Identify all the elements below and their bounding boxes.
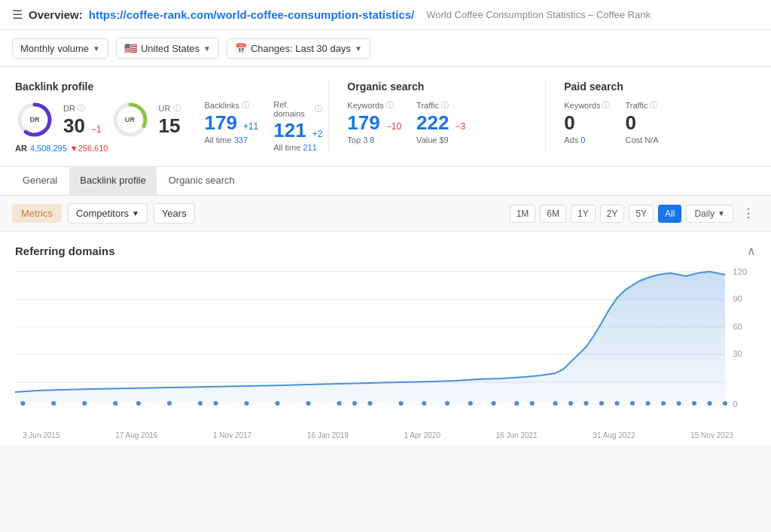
x-date-2: 1 Nov 2017: [213, 431, 251, 439]
svg-point-14: [167, 401, 172, 406]
tab-organic-search[interactable]: Organic search: [158, 167, 245, 195]
country-dropdown[interactable]: 🇺🇸 United States ▼: [116, 38, 219, 59]
svg-point-27: [491, 401, 495, 406]
ref-domains-delta: +2: [312, 129, 323, 139]
hamburger-menu-icon[interactable]: ☰: [12, 8, 23, 22]
organic-traffic-value-sub: $9: [439, 135, 448, 144]
svg-point-28: [514, 401, 519, 406]
daily-dropdown[interactable]: Daily ▼: [686, 205, 733, 223]
organic-keywords-label: Keywords: [347, 101, 383, 110]
paid-keywords-label: Keywords: [564, 101, 600, 110]
ref-domains-label: Ref. domains: [273, 100, 312, 118]
paid-search-title: Paid search: [564, 81, 756, 93]
chevron-down-icon: ▼: [93, 44, 100, 53]
svg-point-26: [468, 401, 473, 406]
svg-point-17: [244, 401, 248, 406]
svg-point-33: [599, 401, 604, 406]
x-date-7: 15 Nov 2023: [690, 431, 733, 439]
time-btn-1m[interactable]: 1M: [510, 205, 536, 223]
changes-dropdown[interactable]: 📅 Changes: Last 30 days ▼: [227, 38, 370, 59]
ur-label: UR: [159, 104, 171, 113]
svg-text:60: 60: [733, 322, 742, 331]
x-date-4: 1 Apr 2020: [404, 431, 440, 439]
organic-traffic-block: Traffic ⓘ 222 −3 Value $9: [416, 100, 465, 144]
competitors-label: Competitors: [76, 208, 129, 219]
ur-value: 15: [159, 114, 181, 137]
svg-point-16: [213, 401, 218, 406]
svg-point-40: [707, 401, 712, 406]
organic-keywords-delta: −10: [386, 121, 401, 132]
time-btn-1y[interactable]: 1Y: [571, 205, 596, 223]
svg-point-11: [82, 401, 87, 406]
chevron-down-icon: ▼: [355, 44, 362, 53]
x-date-5: 16 Jun 2021: [496, 431, 538, 439]
ar-value: 4,508,295: [30, 144, 67, 153]
time-btn-6m[interactable]: 6M: [540, 205, 566, 223]
tab-general[interactable]: General: [12, 167, 68, 195]
ur-circle: UR: [111, 100, 150, 139]
dr-info-icon: ⓘ: [78, 103, 85, 114]
backlinks-value: 179: [205, 112, 237, 134]
svg-point-25: [445, 401, 449, 406]
time-btn-5y[interactable]: 5Y: [629, 205, 654, 223]
svg-point-41: [723, 401, 727, 406]
organic-search-title: Organic search: [347, 81, 539, 93]
ar-row: AR 4,508,295 ▼256,610: [15, 144, 108, 153]
dr-value: 30: [63, 115, 85, 137]
dr-label: DR: [63, 104, 75, 113]
competitors-dropdown[interactable]: Competitors ▼: [68, 203, 148, 223]
organic-keywords-info-icon: ⓘ: [386, 100, 394, 111]
svg-point-24: [422, 401, 426, 406]
metrics-button[interactable]: Metrics: [12, 204, 62, 223]
chart-title-row: Referring domains ∧: [15, 244, 756, 258]
svg-point-36: [645, 401, 650, 406]
monthly-volume-dropdown[interactable]: Monthly volume ▼: [12, 38, 108, 59]
svg-text:0: 0: [733, 400, 737, 409]
dr-delta: −1: [91, 124, 102, 135]
backlinks-sub: All time 337: [205, 135, 259, 144]
ar-label: AR: [15, 144, 27, 153]
svg-point-19: [306, 401, 310, 406]
chart-toolbar: Metrics Competitors ▼ Years 1M 6M 1Y 2Y …: [0, 196, 771, 232]
organic-keywords-block: Keywords ⓘ 179 −10 Top 3 8: [347, 100, 401, 144]
paid-stats-row: Keywords ⓘ 0 Ads 0 Traffic ⓘ 0 Cost N/A: [564, 100, 756, 144]
dr-value-block: DR ⓘ 30 −1: [63, 103, 102, 137]
ref-domains-sub: All time 211: [273, 143, 322, 152]
years-button[interactable]: Years: [154, 203, 195, 223]
tab-backlink-profile[interactable]: Backlink profile: [69, 167, 156, 195]
paid-traffic-block: Traffic ⓘ 0 Cost N/A: [625, 100, 658, 144]
backlinks-alltime: 337: [234, 135, 248, 144]
overview-label: Overview:: [29, 8, 83, 21]
backlinks-delta: +11: [243, 121, 258, 132]
time-range-controls: 1M 6M 1Y 2Y 5Y All Daily ▼ ⋮: [510, 203, 759, 223]
svg-point-21: [352, 401, 357, 406]
time-btn-all[interactable]: All: [658, 205, 681, 223]
ref-domains-alltime: 211: [303, 143, 316, 152]
time-btn-2y[interactable]: 2Y: [600, 205, 625, 223]
svg-point-32: [584, 401, 588, 406]
backlink-stats-row: DR DR ⓘ 30 −1: [15, 100, 322, 153]
svg-point-37: [661, 401, 666, 406]
backlink-profile-title: Backlink profile: [15, 81, 322, 93]
paid-keywords-value: 0: [564, 111, 574, 134]
organic-keywords-sub: Top 3 8: [347, 135, 401, 144]
chevron-down-icon: ▼: [203, 44, 211, 53]
organic-keywords-value: 179: [347, 112, 379, 134]
paid-search-section: Paid search Keywords ⓘ 0 Ads 0 Traffic ⓘ…: [545, 81, 756, 153]
ur-info-icon: ⓘ: [173, 103, 181, 114]
paid-traffic-value: 0: [625, 111, 635, 134]
chart-x-axis: 3 Jun 2015 17 Aug 2016 1 Nov 2017 16 Jan…: [15, 430, 756, 445]
organic-search-section: Organic search Keywords ⓘ 179 −10 Top 3 …: [328, 81, 539, 153]
paid-traffic-info-icon: ⓘ: [650, 100, 657, 111]
organic-stats-row: Keywords ⓘ 179 −10 Top 3 8 Traffic ⓘ 222…: [347, 100, 539, 144]
chevron-down-icon: ▼: [718, 209, 725, 217]
dr-block: DR DR ⓘ 30 −1: [15, 100, 181, 153]
backlinks-block: Backlinks ⓘ 179 +11 All time 337: [205, 100, 259, 144]
paid-keywords-info-icon: ⓘ: [602, 100, 610, 111]
organic-traffic-value: 222: [416, 112, 449, 134]
collapse-chart-icon[interactable]: ∧: [747, 244, 756, 258]
svg-point-10: [51, 401, 56, 406]
page-url-link[interactable]: https://coffee-rank.com/world-coffee-con…: [89, 8, 415, 21]
chart-svg: 120 90 60 30 0: [15, 264, 756, 415]
more-options-button[interactable]: ⋮: [738, 203, 759, 223]
